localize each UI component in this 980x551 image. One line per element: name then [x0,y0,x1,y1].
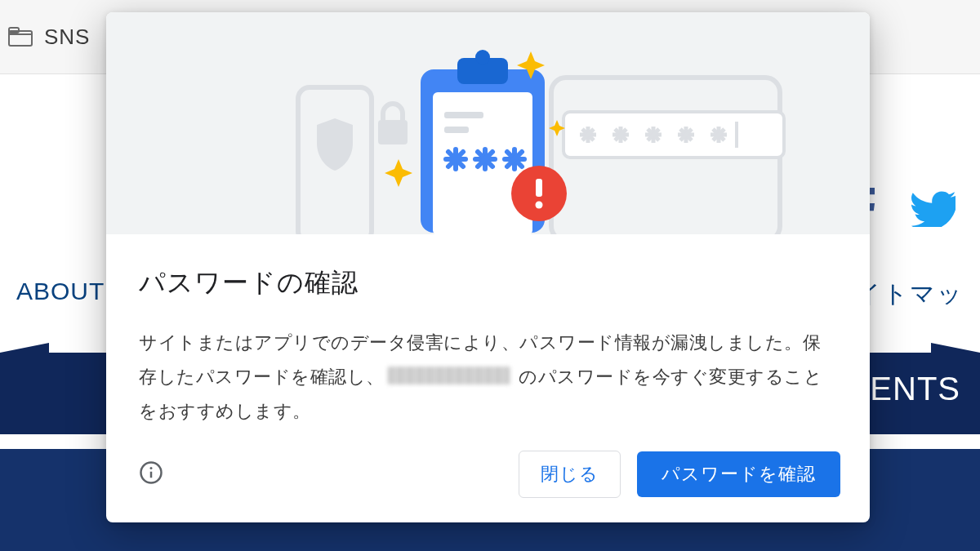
folder-icon [8,27,33,47]
dialog-footer: 閉じる パスワードを確認 [106,451,870,522]
dialog-illustration [106,12,870,234]
nav-item-sitemap[interactable]: イトマッ [856,278,964,311]
svg-rect-6 [564,112,784,158]
svg-rect-27 [735,122,738,148]
dialog-message: サイトまたはアプリでのデータ侵害により、パスワード情報が漏洩しました。保存したパ… [139,326,837,428]
dialog-body: パスワードの確認 サイトまたはアプリでのデータ侵害により、パスワード情報が漏洩し… [106,234,870,451]
redacted-site-name [388,367,510,384]
check-passwords-button[interactable]: パスワードを確認 [637,451,840,497]
password-check-dialog: パスワードの確認 サイトまたはアプリでのデータ侵害により、パスワード情報が漏洩し… [106,12,870,522]
dialog-title: パスワードの確認 [139,265,837,301]
nav-item-about[interactable]: ABOUT [16,278,105,305]
svg-rect-47 [536,179,542,197]
svg-point-51 [150,467,153,469]
twitter-icon[interactable] [911,191,956,227]
info-icon[interactable] [139,460,163,488]
svg-point-48 [536,202,543,209]
close-button[interactable]: 閉じる [519,451,621,498]
svg-rect-33 [444,127,469,133]
svg-rect-32 [444,112,483,118]
hero-band-text: ENTS [870,371,960,407]
bookmark-folder-label[interactable]: SNS [44,24,90,50]
svg-rect-4 [378,120,408,144]
svg-rect-31 [475,50,490,64]
